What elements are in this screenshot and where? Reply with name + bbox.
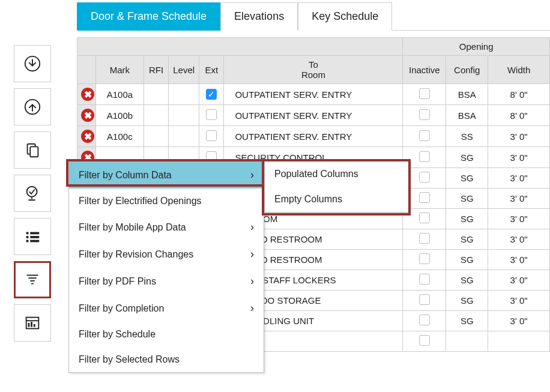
chevron-right-icon: › (250, 169, 254, 181)
menu-item[interactable]: Filter by Electrified Openings (69, 188, 264, 214)
cell-width[interactable]: 3' 0" (488, 147, 550, 168)
inactive-checkbox[interactable] (419, 213, 430, 223)
cell-width[interactable]: 3' 0" (488, 311, 550, 331)
cell-config[interactable]: SG (446, 311, 488, 331)
menu-item-label: Filter by Schedule (79, 329, 156, 340)
col-width[interactable]: Width (488, 56, 550, 84)
menu-item[interactable]: Filter by PDF Pins› (69, 268, 264, 295)
inactive-checkbox[interactable] (419, 315, 430, 325)
cell-width[interactable]: 3' 0" (488, 270, 550, 291)
delete-icon[interactable]: ✖ (81, 88, 94, 101)
delete-icon[interactable]: ✖ (81, 109, 94, 122)
menu-item-label: Filter by Completion (79, 303, 164, 314)
menu-item[interactable]: Filter by Revision Changes› (69, 241, 264, 268)
cell-width[interactable]: 3' 0" (488, 126, 550, 147)
cell-width[interactable]: 3' 0" (488, 168, 550, 188)
tab-key-schedule[interactable]: Key Schedule (298, 2, 392, 31)
svg-point-4 (27, 187, 37, 197)
inactive-checkbox[interactable] (419, 253, 430, 264)
ext-checkbox[interactable]: ✓ (206, 89, 217, 100)
cell-config[interactable]: SG (446, 168, 488, 188)
cell-config[interactable]: SS (446, 126, 488, 147)
cell-config[interactable]: BSA (446, 105, 488, 126)
cell-config[interactable] (446, 331, 488, 352)
menu-item-label: Filter by Column Data (79, 170, 172, 181)
inactive-checkbox[interactable] (419, 294, 430, 305)
cell-mark[interactable]: A100a (95, 84, 144, 105)
cell-config[interactable]: BSA (446, 84, 488, 105)
col-ext[interactable]: Ext (199, 56, 224, 84)
cell-room[interactable]: OUTPATIENT SERV. ENTRY (224, 105, 403, 126)
inactive-checkbox[interactable] (419, 130, 430, 141)
cell-width[interactable]: 8' 0" (488, 105, 550, 126)
menu-item[interactable]: Filter by Completion› (69, 295, 264, 322)
inactive-checkbox[interactable] (419, 233, 430, 244)
dashboard-button[interactable] (14, 304, 51, 342)
upload-button[interactable] (14, 88, 51, 125)
cell-width[interactable]: 3' 0" (488, 209, 550, 229)
inactive-checkbox[interactable] (419, 151, 430, 162)
inactive-checkbox[interactable] (419, 88, 430, 99)
menu-item[interactable]: Filter by Schedule (69, 322, 264, 347)
cell-width[interactable]: 3' 0" (488, 250, 550, 270)
cell-config[interactable]: SG (446, 291, 488, 311)
svg-rect-6 (30, 232, 39, 235)
filter-context-menu: Filter by Column Data›Filter by Electrif… (68, 161, 264, 373)
col-level[interactable]: Level (169, 56, 199, 84)
cell-room[interactable]: OUTPATIENT SERV. ENTRY (224, 84, 403, 105)
cell-config[interactable]: SG (446, 250, 488, 270)
upload-icon (23, 98, 41, 116)
menu-item[interactable]: Filter by Mobile App Data› (69, 214, 264, 241)
filter-submenu: Populated ColumnsEmpty Columns (264, 161, 409, 213)
ext-checkbox[interactable] (206, 109, 217, 120)
copy-button[interactable] (14, 131, 51, 169)
download-button[interactable] (14, 45, 51, 82)
chevron-right-icon: › (250, 221, 254, 234)
cell-config[interactable]: SG (446, 209, 488, 229)
table-row[interactable]: ✖A100a✓OUTPATIENT SERV. ENTRYBSA8' 0" (77, 84, 550, 105)
inactive-checkbox[interactable] (419, 335, 430, 346)
inactive-checkbox[interactable] (419, 192, 430, 203)
globe-check-icon (23, 184, 41, 202)
column-group-opening: Opening (403, 38, 550, 56)
filter-button[interactable] (14, 261, 51, 298)
globe-check-button[interactable] (14, 175, 51, 212)
svg-rect-8 (30, 236, 39, 238)
cell-mark[interactable]: A100b (95, 105, 144, 126)
ext-checkbox[interactable] (206, 130, 217, 141)
col-rfi[interactable]: RFI (144, 56, 168, 84)
cell-room[interactable]: OUTPATIENT SERV. ENTRY (224, 126, 403, 147)
tab-elevations[interactable]: Elevations (220, 2, 298, 31)
cell-width[interactable]: 8' 0" (488, 84, 550, 105)
cell-config[interactable]: SG (446, 188, 488, 209)
cell-width[interactable]: 3' 0" (488, 291, 550, 311)
tab-door-frame[interactable]: Door & Frame Schedule (77, 2, 220, 31)
col-room[interactable]: ToRoom (224, 56, 403, 84)
col-mark[interactable]: Mark (95, 56, 144, 84)
menu-item-label: Filter by PDF Pins (79, 276, 156, 287)
cell-config[interactable]: SG (446, 147, 488, 168)
menu-item[interactable]: Filter by Selected Rows (69, 347, 264, 372)
list-button[interactable] (14, 218, 51, 255)
cell-width[interactable]: 3' 0" (488, 188, 550, 209)
cell-mark[interactable]: A100c (95, 126, 144, 147)
col-inactive[interactable]: Inactive (403, 56, 446, 84)
col-config[interactable]: Config (446, 56, 488, 84)
svg-rect-5 (26, 232, 29, 235)
cell-width[interactable]: 3' 0" (488, 229, 550, 250)
inactive-checkbox[interactable] (419, 274, 430, 285)
delete-icon[interactable]: ✖ (81, 130, 94, 143)
submenu-item[interactable]: Empty Columns (265, 187, 409, 212)
ext-checkbox[interactable] (206, 151, 217, 162)
cell-config[interactable]: SG (446, 270, 488, 291)
inactive-checkbox[interactable] (419, 109, 430, 120)
cell-config[interactable]: SG (446, 229, 488, 250)
table-row[interactable]: ✖A100bOUTPATIENT SERV. ENTRYBSA8' 0" (77, 105, 550, 126)
inactive-checkbox[interactable] (419, 172, 430, 182)
menu-item[interactable]: Filter by Column Data› (69, 161, 264, 188)
table-row[interactable]: ✖A100cOUTPATIENT SERV. ENTRYSS3' 0" (77, 126, 550, 147)
cell-width[interactable] (488, 331, 550, 352)
dashboard-icon (23, 314, 41, 332)
submenu-item[interactable]: Populated Columns (265, 161, 409, 187)
filter-icon (23, 271, 41, 289)
